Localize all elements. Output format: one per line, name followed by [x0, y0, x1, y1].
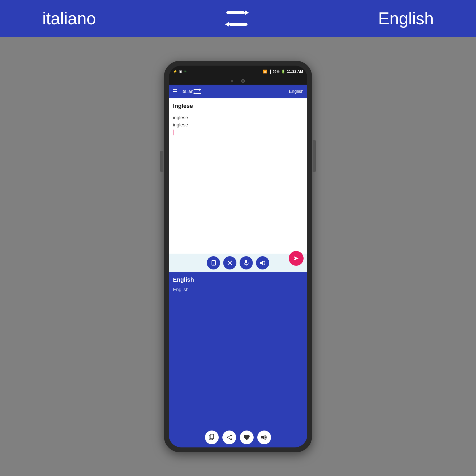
toolbar-source-lang[interactable]: Italian — [181, 89, 193, 94]
input-alt-word2: inglese — [173, 122, 188, 127]
phone-screen: ⚡ ▣ ◎ 📶 ▐ 56% 🔋 11:22 AM ☰ — [169, 66, 307, 447]
svg-marker-7 — [193, 92, 195, 94]
svg-rect-0 — [226, 11, 245, 14]
location-icon: ◎ — [184, 70, 186, 74]
header-source-lang[interactable]: italiano — [42, 9, 96, 28]
clear-button[interactable] — [223, 256, 236, 269]
svg-rect-15 — [245, 260, 247, 263]
svg-rect-21 — [210, 434, 214, 439]
svg-line-25 — [228, 436, 230, 437]
svg-marker-3 — [225, 22, 229, 27]
status-icons-right: 📶 ▐ 56% 🔋 11:22 AM — [263, 69, 303, 74]
camera-area — [169, 77, 307, 85]
battery-percent: 56% — [273, 70, 280, 74]
output-main-word: English — [173, 276, 303, 283]
microphone-button[interactable] — [240, 256, 253, 269]
camera-lens — [241, 79, 245, 83]
status-icons-left: ⚡ ▣ ◎ — [173, 70, 186, 74]
svg-marker-1 — [245, 10, 249, 15]
app-toolbar: ☰ Italian English — [169, 85, 307, 98]
favorite-button[interactable] — [240, 431, 254, 444]
header-target-lang[interactable]: English — [378, 9, 434, 28]
text-cursor — [173, 130, 173, 135]
listen-output-button[interactable] — [257, 431, 271, 444]
output-alt-word: English — [173, 287, 303, 292]
input-section[interactable]: Inglese inglese inglese — [169, 98, 307, 254]
toolbar-swap-icon[interactable] — [193, 89, 289, 94]
wifi-icon: 📶 — [263, 70, 267, 74]
share-button[interactable] — [222, 431, 236, 444]
svg-rect-9 — [212, 260, 214, 261]
header-swap-icon[interactable] — [225, 9, 249, 28]
status-bar: ⚡ ▣ ◎ 📶 ▐ 56% 🔋 11:22 AM — [169, 66, 307, 77]
phone-wrapper: ⚡ ▣ ◎ 📶 ▐ 56% 🔋 11:22 AM ☰ — [0, 37, 476, 476]
input-alt-words: inglese inglese — [173, 114, 303, 138]
image-icon: ▣ — [179, 70, 182, 74]
camera-dot — [231, 80, 233, 82]
svg-point-23 — [227, 437, 228, 438]
output-section: English English — [169, 272, 307, 427]
copy-output-button[interactable] — [205, 431, 219, 444]
svg-point-24 — [230, 438, 232, 440]
status-time: 11:22 AM — [287, 69, 303, 74]
svg-rect-4 — [194, 89, 199, 90]
input-alt-word1: inglese — [173, 115, 188, 120]
hamburger-menu-icon[interactable]: ☰ — [172, 88, 177, 95]
listen-input-button[interactable] — [256, 256, 269, 269]
translate-button[interactable] — [289, 251, 304, 266]
usb-icon: ⚡ — [173, 70, 177, 74]
svg-rect-6 — [195, 93, 201, 94]
phone-device: ⚡ ▣ ◎ 📶 ▐ 56% 🔋 11:22 AM ☰ — [164, 61, 312, 452]
svg-rect-8 — [212, 260, 216, 265]
svg-marker-5 — [199, 89, 201, 91]
toolbar-target-lang[interactable]: English — [289, 89, 304, 94]
svg-marker-27 — [261, 435, 264, 440]
battery-icon: 🔋 — [281, 70, 285, 74]
signal-icon: ▐ — [269, 70, 271, 74]
clipboard-button[interactable] — [207, 256, 220, 269]
top-header: italiano English — [0, 0, 476, 37]
svg-marker-19 — [294, 256, 299, 260]
bottom-action-buttons — [169, 427, 307, 447]
main-content: Inglese inglese inglese — [169, 98, 307, 447]
svg-line-26 — [228, 438, 230, 439]
input-main-word: Inglese — [173, 103, 303, 109]
svg-marker-18 — [260, 260, 263, 265]
svg-point-22 — [230, 435, 232, 436]
svg-rect-2 — [229, 23, 248, 26]
action-buttons-row — [169, 254, 307, 272]
